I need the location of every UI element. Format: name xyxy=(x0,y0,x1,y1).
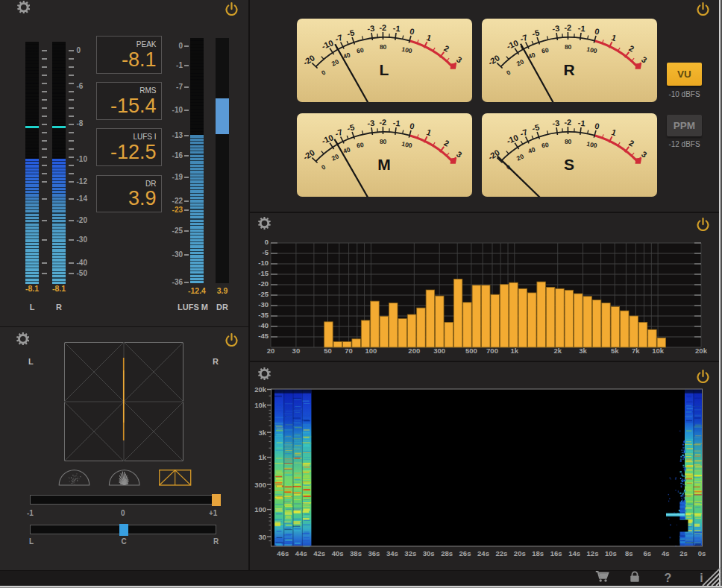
svg-text:R: R xyxy=(563,61,574,78)
svg-text:40s: 40s xyxy=(332,549,344,557)
svg-text:100: 100 xyxy=(254,505,266,513)
svg-text:M: M xyxy=(377,156,391,173)
svg-text:-35: -35 xyxy=(258,311,269,319)
svg-text:-3: -3 xyxy=(552,118,560,128)
svg-text:16s: 16s xyxy=(550,549,562,557)
svg-text:-2: -2 xyxy=(564,118,571,127)
svg-text:7k: 7k xyxy=(632,347,640,355)
svg-text:42s: 42s xyxy=(313,549,325,557)
svg-text:-1: -1 xyxy=(577,118,586,128)
svg-text:44s: 44s xyxy=(295,549,307,557)
svg-text:-1: -1 xyxy=(392,24,401,34)
svg-text:80: 80 xyxy=(380,43,387,51)
svg-text:6s: 6s xyxy=(643,549,651,557)
svg-text:30: 30 xyxy=(258,532,266,540)
svg-text:10k: 10k xyxy=(254,401,267,409)
svg-text:20s: 20s xyxy=(514,549,526,557)
svg-text:22s: 22s xyxy=(495,549,507,557)
svg-text:28s: 28s xyxy=(441,549,453,557)
svg-text:-2: -2 xyxy=(379,118,386,127)
svg-text:80: 80 xyxy=(565,138,572,145)
svg-text:0: 0 xyxy=(265,238,269,246)
svg-text:24s: 24s xyxy=(477,549,489,557)
svg-text:2s: 2s xyxy=(679,549,688,557)
svg-text:-30: -30 xyxy=(258,300,269,309)
svg-text:18s: 18s xyxy=(532,549,544,557)
svg-text:-2: -2 xyxy=(379,23,386,32)
svg-text:30s: 30s xyxy=(423,549,435,557)
svg-text:20: 20 xyxy=(267,347,275,355)
svg-text:3k: 3k xyxy=(579,347,587,355)
svg-text:80: 80 xyxy=(380,138,387,145)
svg-text:36s: 36s xyxy=(368,549,380,557)
svg-text:-5: -5 xyxy=(263,248,269,256)
svg-text:S: S xyxy=(564,156,574,173)
svg-text:34s: 34s xyxy=(386,549,398,557)
svg-text:-10: -10 xyxy=(258,259,269,267)
svg-text:L: L xyxy=(380,61,389,78)
svg-text:38s: 38s xyxy=(350,549,362,557)
svg-text:-3: -3 xyxy=(367,118,375,128)
svg-text:70: 70 xyxy=(345,347,353,355)
svg-text:-40: -40 xyxy=(258,321,269,329)
svg-text:-3: -3 xyxy=(552,24,560,34)
svg-text:-20: -20 xyxy=(258,279,269,288)
svg-text:20k: 20k xyxy=(695,347,708,355)
svg-text:30: 30 xyxy=(292,347,301,355)
svg-text:2k: 2k xyxy=(553,347,562,355)
svg-text:10s: 10s xyxy=(605,549,617,557)
svg-text:0s: 0s xyxy=(698,549,706,557)
svg-text:5k: 5k xyxy=(611,347,619,355)
svg-text:-1: -1 xyxy=(577,24,586,34)
svg-text:46s: 46s xyxy=(277,549,289,557)
svg-text:32s: 32s xyxy=(404,549,416,557)
svg-text:1k: 1k xyxy=(511,347,519,355)
svg-text:1k: 1k xyxy=(258,453,266,461)
svg-text:200: 200 xyxy=(408,347,420,355)
svg-text:50: 50 xyxy=(324,347,332,355)
svg-text:80: 80 xyxy=(565,43,572,51)
svg-text:-45: -45 xyxy=(258,332,269,340)
svg-text:?: ? xyxy=(665,572,672,584)
svg-text:4s: 4s xyxy=(662,549,670,557)
svg-text:-25: -25 xyxy=(258,290,269,298)
svg-text:-1: -1 xyxy=(392,118,401,128)
svg-text:100: 100 xyxy=(365,347,377,355)
svg-text:-2: -2 xyxy=(564,23,571,32)
svg-text:-15: -15 xyxy=(258,269,269,277)
svg-text:-3: -3 xyxy=(367,24,375,34)
svg-text:12s: 12s xyxy=(587,549,599,557)
svg-text:500: 500 xyxy=(465,347,477,355)
svg-text:300: 300 xyxy=(254,480,266,488)
svg-text:3k: 3k xyxy=(258,428,266,436)
svg-text:300: 300 xyxy=(433,347,445,355)
svg-text:14s: 14s xyxy=(568,549,580,557)
svg-text:700: 700 xyxy=(486,347,498,355)
svg-text:26s: 26s xyxy=(459,549,471,557)
svg-text:8s: 8s xyxy=(625,549,633,557)
svg-text:20k: 20k xyxy=(254,385,267,393)
svg-text:10k: 10k xyxy=(652,347,665,355)
